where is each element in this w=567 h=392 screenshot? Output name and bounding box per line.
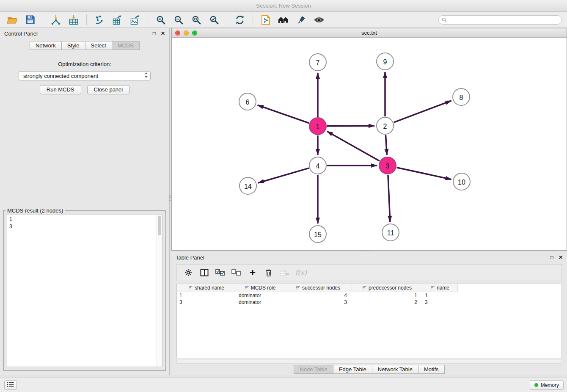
network-file-icon[interactable] xyxy=(258,13,273,27)
eye-icon[interactable] xyxy=(311,13,327,27)
table-cell[interactable]: dominator xyxy=(236,299,284,305)
run-mcds-button[interactable]: Run MCDS xyxy=(40,85,81,94)
column-sort-icon xyxy=(296,285,300,291)
add-column-icon[interactable]: + xyxy=(245,266,260,279)
result-item[interactable]: 3 xyxy=(9,223,154,230)
import-table-icon[interactable] xyxy=(66,13,81,27)
node-7[interactable]: 7 xyxy=(309,54,326,71)
node-2[interactable]: 2 xyxy=(377,117,394,134)
table-cell[interactable]: 3 xyxy=(284,299,352,305)
search-input[interactable] xyxy=(438,15,562,25)
node-6[interactable]: 6 xyxy=(239,93,256,110)
table-row[interactable]: 1dominator411 xyxy=(177,292,561,299)
tab-network[interactable]: Network xyxy=(30,41,62,50)
node-9[interactable]: 9 xyxy=(377,53,394,70)
edge-3-1[interactable] xyxy=(327,131,380,161)
column-header-shared-name[interactable]: shared name xyxy=(177,284,236,292)
column-header-successor-nodes[interactable]: successor nodes xyxy=(284,284,352,292)
refresh-layout-icon[interactable] xyxy=(232,13,248,27)
node-table[interactable]: shared nameMCDS rolesuccessor nodesprede… xyxy=(176,284,562,358)
network-window-title: scc.txt xyxy=(361,30,377,36)
minimize-window-icon[interactable]: − xyxy=(184,30,189,36)
table-cell[interactable]: 3 xyxy=(422,299,458,305)
edge-3-11[interactable] xyxy=(388,175,390,222)
export-network-icon[interactable] xyxy=(92,13,107,27)
table-cell[interactable]: 1 xyxy=(177,293,236,298)
node-4[interactable]: 4 xyxy=(309,157,326,174)
svg-text:1: 1 xyxy=(316,123,320,130)
node-10[interactable]: 10 xyxy=(453,173,470,190)
table-cell[interactable]: 1 xyxy=(422,293,458,298)
node-8[interactable]: 8 xyxy=(453,88,470,105)
column-header-mcds-role[interactable]: MCDS role xyxy=(236,284,284,292)
node-15[interactable]: 15 xyxy=(309,226,326,243)
zoom-window-icon[interactable]: + xyxy=(192,30,197,36)
table-cell[interactable]: 2 xyxy=(352,299,422,305)
vertical-splitter-handle[interactable] xyxy=(169,195,171,202)
column-header-label: shared name xyxy=(195,285,224,291)
table-cell[interactable]: 4 xyxy=(284,293,352,298)
table-row[interactable]: 3dominator323 xyxy=(177,299,561,306)
houses-icon[interactable] xyxy=(276,13,291,27)
column-header-name[interactable]: name xyxy=(422,284,458,292)
show-columns-icon[interactable] xyxy=(197,266,212,279)
close-panel-icon[interactable]: ✕ xyxy=(161,30,165,36)
float-table-panel-icon[interactable]: □ xyxy=(550,254,553,260)
control-panel-title: Control Panel xyxy=(4,30,38,37)
edge-2-3[interactable] xyxy=(385,135,387,155)
tab-select[interactable]: Select xyxy=(85,41,112,50)
node-11[interactable]: 11 xyxy=(382,224,399,241)
zoom-in-icon[interactable] xyxy=(153,13,168,27)
tab-motifs[interactable]: Motifs xyxy=(418,365,445,374)
zoom-out-icon[interactable] xyxy=(171,13,186,27)
export-image-icon[interactable] xyxy=(127,13,143,27)
export-table-icon[interactable] xyxy=(110,13,125,27)
tab-edge-table[interactable]: Edge Table xyxy=(333,365,372,374)
tab-node-table[interactable]: Node Table xyxy=(294,365,333,374)
table-cell[interactable]: 3 xyxy=(177,299,236,305)
edge-4-14[interactable] xyxy=(258,168,309,183)
table-cell[interactable]: dominator xyxy=(236,293,284,298)
node-3[interactable]: 3 xyxy=(379,157,396,174)
node-14[interactable]: 14 xyxy=(239,177,256,194)
zoom-selected-icon[interactable] xyxy=(206,13,222,27)
column-header-predecessor-nodes[interactable]: predecessor nodes xyxy=(352,284,422,292)
scrollbar-thumb[interactable] xyxy=(158,216,161,235)
trash-icon[interactable] xyxy=(261,266,276,279)
save-session-icon[interactable] xyxy=(22,13,38,27)
network-canvas[interactable]: 7968124314101511 xyxy=(172,38,567,250)
float-panel-icon[interactable]: □ xyxy=(153,30,156,36)
select-all-icon[interactable] xyxy=(213,266,228,279)
tab-style[interactable]: Style xyxy=(61,41,85,50)
column-sort-icon xyxy=(188,285,193,291)
edge-1-2[interactable] xyxy=(327,126,374,126)
node-1[interactable]: 1 xyxy=(309,118,326,135)
network-window-titlebar[interactable]: × − + scc.txt xyxy=(172,28,567,38)
gear-icon[interactable] xyxy=(181,266,195,279)
svg-text:7: 7 xyxy=(316,59,320,66)
tab-network-table[interactable]: Network Table xyxy=(372,365,418,374)
close-panel-button[interactable]: Close panel xyxy=(87,85,130,94)
tab-mcds[interactable]: MCDS xyxy=(112,41,140,50)
mcds-panel: Optimization criterion: strongly connect… xyxy=(0,61,169,94)
table-horizontal-scrollbar[interactable] xyxy=(176,359,562,364)
close-window-icon[interactable]: × xyxy=(175,30,180,36)
edge-3-10[interactable] xyxy=(396,168,451,179)
mcds-result-list[interactable]: 13 xyxy=(7,215,162,367)
close-table-panel-icon[interactable]: ✕ xyxy=(559,254,563,260)
deselect-all-icon[interactable] xyxy=(229,266,244,279)
task-history-button[interactable] xyxy=(4,380,17,390)
edge-1-6[interactable] xyxy=(258,105,309,123)
paintbrush-icon[interactable] xyxy=(294,13,309,27)
edge-2-8[interactable] xyxy=(394,101,451,122)
toolbar-search xyxy=(438,15,562,25)
open-session-icon[interactable] xyxy=(5,13,20,27)
result-item[interactable]: 1 xyxy=(9,216,154,223)
scrollbar[interactable] xyxy=(157,215,162,367)
table-cell[interactable]: 1 xyxy=(352,293,422,298)
zoom-fit-icon[interactable] xyxy=(189,13,204,27)
memory-button[interactable]: Memory xyxy=(530,380,564,390)
criterion-dropdown[interactable]: strongly connected component xyxy=(19,71,151,80)
import-network-icon[interactable] xyxy=(48,13,63,27)
network-graph[interactable]: 7968124314101511 xyxy=(172,38,567,250)
